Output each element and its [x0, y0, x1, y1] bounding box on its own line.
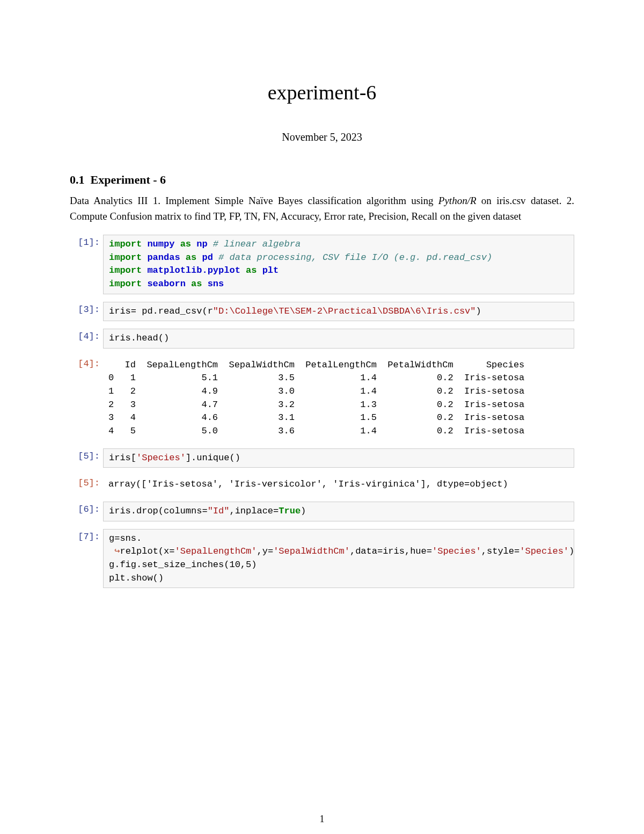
section-description: Data Analytics III 1. Implement Simple N… — [70, 193, 574, 224]
keyword: as — [191, 279, 202, 289]
keyword: as — [246, 265, 257, 275]
code-cell-7: [7]: g=sns. ↪relplot(x='SepalLengthCm',y… — [70, 529, 574, 589]
code-text: g.fig.set_size_inches(10,5) — [109, 560, 257, 570]
array-output: array(['Iris-setosa', 'Iris-versicolor',… — [103, 475, 574, 494]
output-prompt: [4]: — [70, 356, 103, 369]
input-prompt: [7]: — [70, 529, 103, 542]
input-prompt: [5]: — [70, 448, 103, 461]
code-input: iris= pd.read_csv(r"D:\College\TE\SEM-2\… — [103, 302, 574, 322]
module: pandas — [147, 252, 180, 263]
alias: np — [196, 239, 207, 249]
keyword: import — [109, 252, 142, 263]
section-heading: 0.1 Experiment - 6 — [70, 173, 574, 187]
table-row: 0 1 5.1 3.5 1.4 0.2 Iris-setosa — [108, 373, 524, 383]
page-number: 1 — [70, 814, 574, 825]
code-text: iris.drop(columns= — [109, 506, 208, 516]
boolean: True — [279, 506, 301, 516]
code-text: iris= pd.read_csv( — [109, 306, 208, 316]
output-prompt: [5]: — [70, 475, 103, 488]
keyword: import — [109, 239, 142, 249]
alias: pd — [202, 252, 213, 263]
desc-text-1: Data Analytics III 1. Implement Simple N… — [70, 195, 438, 206]
code-text: iris[ — [109, 453, 136, 463]
table-row: 2 3 4.7 3.2 1.3 0.2 Iris-setosa — [108, 400, 524, 410]
code-text: ].unique() — [186, 453, 240, 463]
document-title: experiment-6 — [70, 81, 574, 104]
section-title: Experiment - 6 — [91, 173, 166, 186]
code-cell-3: [3]: iris= pd.read_csv(r"D:\College\TE\S… — [70, 302, 574, 322]
input-prompt: [6]: — [70, 502, 103, 514]
code-cell-6: [6]: iris.drop(columns="Id",inplace=True… — [70, 502, 574, 521]
code-input: iris.drop(columns="Id",inplace=True) — [103, 502, 574, 521]
alias: sns — [208, 279, 224, 289]
string-prefix: r — [208, 306, 213, 316]
keyword: import — [109, 279, 142, 289]
code-cell-5: [5]: iris['Species'].unique() — [70, 448, 574, 468]
input-prompt: [1]: — [70, 235, 103, 248]
table-header: Id SepalLengthCm SepalWidthCm PetalLengt… — [108, 360, 524, 370]
module: seaborn — [147, 279, 185, 289]
string: 'Species' — [432, 546, 481, 556]
code-input: iris['Species'].unique() — [103, 448, 574, 468]
code-text: ,y= — [257, 546, 274, 556]
output-cell-5: [5]: array(['Iris-setosa', 'Iris-versico… — [70, 475, 574, 494]
input-prompt: [4]: — [70, 329, 103, 342]
keyword: as — [186, 252, 196, 263]
code-text: ,style= — [481, 546, 519, 556]
code-text: ) — [301, 506, 306, 516]
section-number: 0.1 — [70, 173, 85, 186]
comment: # data processing, CSV file I/O (e.g. pd… — [218, 252, 492, 263]
comment: # linear algebra — [213, 239, 301, 249]
module: numpy — [147, 239, 174, 249]
string: 'SepalWidthCm' — [273, 546, 350, 556]
code-cell-1: [1]: import numpy as np # linear algebra… — [70, 235, 574, 294]
code-input: iris.head() — [103, 329, 574, 349]
dataframe-output: Id SepalLengthCm SepalWidthCm PetalLengt… — [103, 356, 574, 441]
code-text: g=sns. — [109, 533, 142, 543]
line-wrap-icon: ↪ — [114, 546, 120, 556]
code-cell-4: [4]: iris.head() — [70, 329, 574, 349]
code-text: ,inplace= — [229, 506, 279, 516]
module: matplotlib.pyplot — [147, 265, 240, 275]
table-row: 4 5 5.0 3.6 1.4 0.2 Iris-setosa — [108, 426, 524, 436]
page: experiment-6 November 5, 2023 0.1 Experi… — [0, 0, 644, 834]
string: "Id" — [208, 506, 230, 516]
keyword: as — [180, 239, 191, 249]
string: 'Species' — [519, 546, 569, 556]
keyword: import — [109, 265, 142, 275]
code-text: relplot(x= — [120, 546, 174, 556]
document-date: November 5, 2023 — [70, 131, 574, 143]
table-row: 1 2 4.9 3.0 1.4 0.2 Iris-setosa — [108, 386, 524, 396]
code-input: g=sns. ↪relplot(x='SepalLengthCm',y='Sep… — [103, 529, 574, 589]
input-prompt: [3]: — [70, 302, 103, 315]
table-row: 3 4 4.6 3.1 1.5 0.2 Iris-setosa — [108, 412, 524, 423]
alias: plt — [262, 265, 279, 275]
code-text: ) — [476, 306, 481, 316]
desc-italic: Python/R — [438, 195, 477, 206]
output-cell-4: [4]: Id SepalLengthCm SepalWidthCm Petal… — [70, 356, 574, 441]
code-input: import numpy as np # linear algebra impo… — [103, 235, 574, 294]
string: 'Species' — [136, 453, 186, 463]
code-text: plt.show() — [109, 573, 164, 583]
code-text: ) — [569, 546, 574, 556]
code-text: ,data=iris,hue= — [350, 546, 432, 556]
string: 'SepalLengthCm' — [174, 546, 257, 556]
string: "D:\College\TE\SEM-2\Practical\DSBDA\6\I… — [213, 306, 476, 316]
